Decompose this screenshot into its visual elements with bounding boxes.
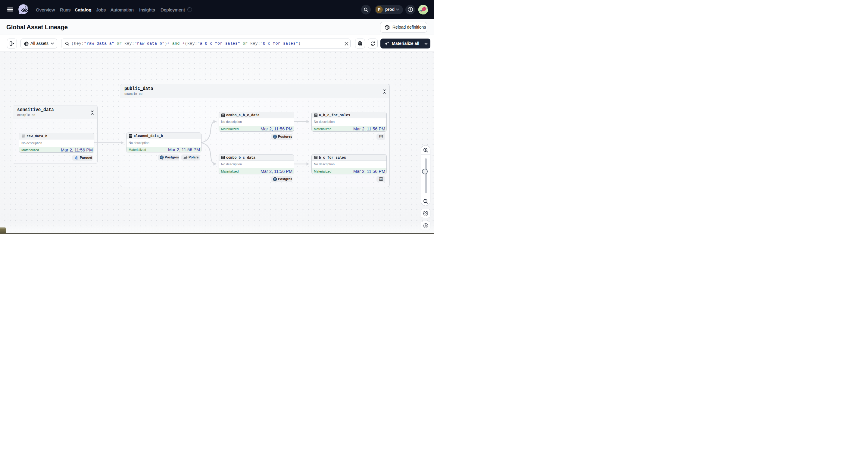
svg-text:CSV: CSV — [379, 136, 383, 137]
svg-text:CSV: CSV — [379, 179, 383, 180]
